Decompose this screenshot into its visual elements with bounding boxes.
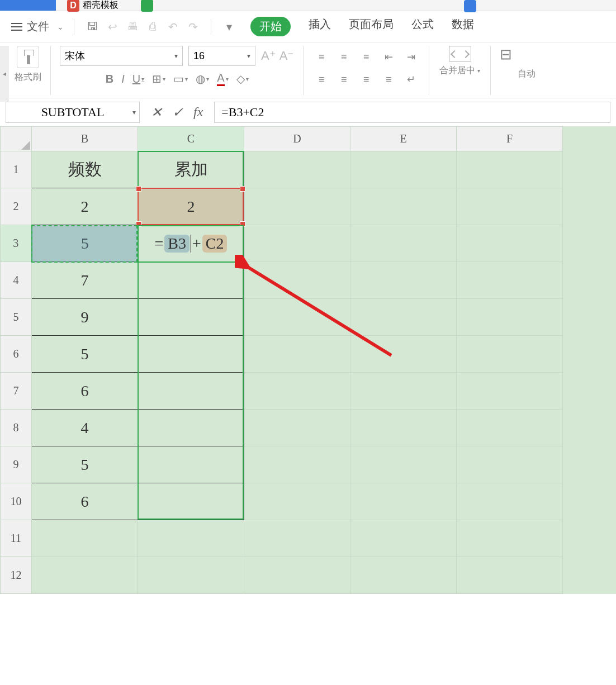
cell-B11[interactable] <box>32 520 138 557</box>
cell[interactable] <box>457 336 563 373</box>
cell-D1[interactable] <box>244 151 350 188</box>
cell[interactable] <box>244 446 350 483</box>
cell-B2[interactable]: 2 <box>32 188 138 225</box>
cell[interactable] <box>457 483 563 520</box>
print-preview-icon[interactable]: ↩ <box>105 19 120 35</box>
col-header-B[interactable]: B <box>32 127 138 151</box>
cell-F1[interactable] <box>457 151 563 188</box>
tab-template[interactable]: D 稻壳模板 <box>56 0 130 11</box>
cell[interactable] <box>350 483 457 520</box>
cell[interactable] <box>457 446 563 483</box>
cell-E3[interactable] <box>350 225 457 262</box>
row-header-11[interactable]: 11 <box>1 520 32 557</box>
merge-cells-icon[interactable] <box>449 46 471 61</box>
cell[interactable] <box>350 373 457 410</box>
print-area-icon[interactable]: ⎙ <box>145 19 160 35</box>
cell[interactable] <box>350 299 457 336</box>
row-header-7[interactable]: 7 <box>1 373 32 410</box>
cell[interactable] <box>350 410 457 446</box>
row-header-8[interactable]: 8 <box>1 410 32 446</box>
fx-button[interactable]: fx <box>193 104 203 120</box>
row-header-1[interactable]: 1 <box>1 151 32 188</box>
app-icon-w[interactable] <box>464 0 476 12</box>
tab-data[interactable]: 数据 <box>452 17 474 36</box>
eraser-button[interactable]: ◇▾ <box>236 72 249 85</box>
col-header-C[interactable]: C <box>138 127 244 151</box>
cell-B9[interactable]: 5 <box>32 446 138 483</box>
wrap-icon[interactable]: ⊟ <box>500 46 512 63</box>
indent-increase-icon[interactable]: ⇥ <box>402 48 420 66</box>
redo-icon[interactable]: ↷ <box>185 19 201 35</box>
align-justify-icon[interactable]: ≡ <box>380 70 397 88</box>
cell-E2[interactable] <box>350 188 457 225</box>
cell[interactable] <box>244 557 350 594</box>
cell-C1[interactable]: 累加 <box>138 151 244 188</box>
align-right-icon[interactable]: ≡ <box>357 70 375 88</box>
tab-layout[interactable]: 页面布局 <box>349 17 394 36</box>
cell-B6[interactable]: 5 <box>32 336 138 373</box>
decrease-font-icon[interactable]: A⁻ <box>279 49 295 63</box>
cell-B4[interactable]: 7 <box>32 262 138 299</box>
cell-B10[interactable]: 6 <box>32 483 138 520</box>
row-header-12[interactable]: 12 <box>1 557 32 594</box>
grid[interactable]: B C D E F 1 频数 累加 2 2 2 3 5 = B3 + C2 <box>0 126 563 594</box>
cell[interactable] <box>244 410 350 446</box>
select-all-corner[interactable] <box>1 127 32 151</box>
row-header-2[interactable]: 2 <box>1 188 32 225</box>
merge-cells-label[interactable]: 合并居中▾ <box>439 65 480 77</box>
wrap-text-icon[interactable]: ↵ <box>402 70 420 88</box>
sidebar-toggle[interactable]: ◂ <box>0 46 9 102</box>
tab-active-blue[interactable] <box>0 0 56 11</box>
font-size-select[interactable]: 16 ▾ <box>188 46 255 66</box>
cell[interactable] <box>350 557 457 594</box>
tab-insert[interactable]: 插入 <box>309 17 331 36</box>
font-color-button[interactable]: A▾ <box>217 72 228 86</box>
cell-B12[interactable] <box>32 557 138 594</box>
tab-sheet[interactable] <box>130 0 164 11</box>
border-button[interactable]: ⊞▾ <box>152 72 165 85</box>
print-icon[interactable]: 🖶 <box>125 19 140 35</box>
row-header-10[interactable]: 10 <box>1 483 32 520</box>
hamburger-icon[interactable] <box>11 23 22 31</box>
font-name-select[interactable]: 宋体 ▾ <box>60 46 183 66</box>
increase-font-icon[interactable]: A⁺ <box>261 49 276 63</box>
col-header-D[interactable]: D <box>244 127 350 151</box>
cell[interactable] <box>457 520 563 557</box>
file-menu[interactable]: 文件 <box>27 19 49 34</box>
align-center-icon[interactable]: ≡ <box>335 70 353 88</box>
underline-button[interactable]: U▾ <box>132 73 144 85</box>
cell[interactable] <box>457 557 563 594</box>
cell[interactable] <box>457 373 563 410</box>
bold-button[interactable]: B <box>106 73 113 85</box>
cell[interactable] <box>457 299 563 336</box>
cell-C11[interactable] <box>138 520 244 557</box>
cell-B7[interactable]: 6 <box>32 373 138 410</box>
row-header-4[interactable]: 4 <box>1 262 32 299</box>
cell-D2[interactable] <box>244 188 350 225</box>
cell[interactable] <box>244 373 350 410</box>
row-header-9[interactable]: 9 <box>1 446 32 483</box>
cell-B5[interactable]: 9 <box>32 299 138 336</box>
cell-E1[interactable] <box>350 151 457 188</box>
name-box[interactable]: SUBTOTAL ▾ <box>6 102 140 123</box>
cell-C3[interactable]: = B3 + C2 <box>138 225 244 262</box>
row-header-6[interactable]: 6 <box>1 336 32 373</box>
formula-input[interactable]: =B3+C2 <box>214 102 610 123</box>
cell-F3[interactable] <box>457 225 563 262</box>
tab-formula[interactable]: 公式 <box>411 17 434 36</box>
cell[interactable] <box>350 446 457 483</box>
cell[interactable] <box>244 483 350 520</box>
cell-C5[interactable] <box>138 299 244 336</box>
align-middle-icon[interactable]: ≡ <box>335 48 353 66</box>
cell[interactable] <box>457 410 563 446</box>
cell-style-button[interactable]: ▭▾ <box>173 72 188 85</box>
format-painter-icon[interactable] <box>17 46 39 68</box>
cell-C10[interactable] <box>138 483 244 520</box>
cell-C12[interactable] <box>138 557 244 594</box>
cell-C7[interactable] <box>138 373 244 410</box>
align-bottom-icon[interactable]: ≡ <box>357 48 375 66</box>
dropdown-icon[interactable]: ▾ <box>221 19 237 35</box>
cell-B3[interactable]: 5 <box>32 225 138 262</box>
align-top-icon[interactable]: ≡ <box>312 48 330 66</box>
confirm-formula-button[interactable]: ✓ <box>172 104 183 120</box>
